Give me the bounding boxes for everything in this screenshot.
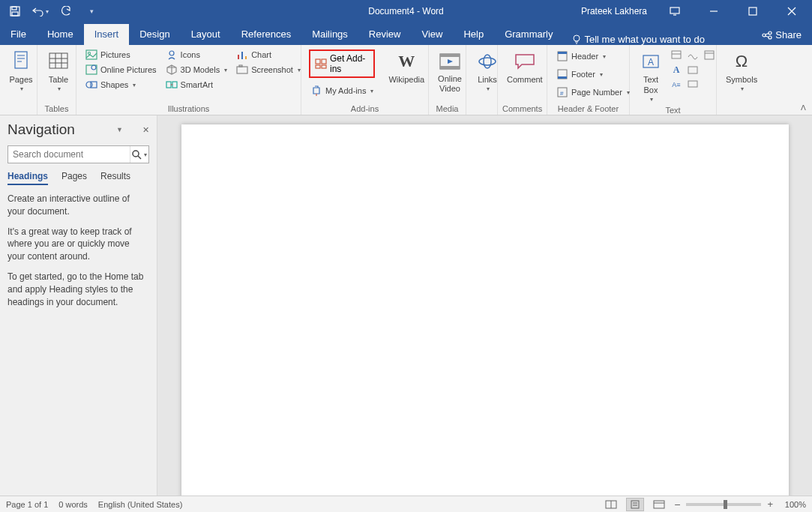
svg-point-42	[484, 55, 491, 68]
document-area[interactable]	[157, 115, 812, 496]
3d-models-button[interactable]: 3D Models ▾	[164, 63, 229, 76]
qat-customize-icon[interactable]: ▾	[82, 2, 100, 20]
search-input[interactable]	[8, 146, 130, 163]
tab-insert[interactable]: Insert	[84, 24, 130, 45]
object-button[interactable]	[685, 63, 700, 76]
wordart-button[interactable]: A	[669, 63, 684, 76]
tab-design[interactable]: Design	[129, 24, 180, 45]
maximize-icon[interactable]	[736, 0, 770, 22]
undo-icon[interactable]: ▾	[31, 2, 49, 20]
footer-icon	[556, 68, 568, 80]
window-title: Document4 - Word	[368, 6, 443, 16]
workspace: Navigation ▼ ✕ ▾ Headings Pages Results …	[0, 115, 812, 496]
svg-point-23	[91, 65, 96, 70]
group-label-media: Media	[433, 104, 461, 115]
tell-me[interactable]: Tell me what you want to do	[572, 34, 704, 45]
group-label-symbols	[721, 104, 757, 115]
cube-icon	[166, 64, 178, 76]
icons-button[interactable]: Icons	[164, 48, 229, 61]
group-label-links	[471, 104, 493, 115]
minimize-icon[interactable]	[697, 0, 731, 22]
table-icon	[46, 49, 70, 73]
tab-view[interactable]: View	[411, 24, 453, 45]
svg-point-26	[169, 51, 174, 55]
zoom-slider[interactable]	[686, 503, 761, 506]
tab-home[interactable]: Home	[37, 24, 84, 45]
wikipedia-button[interactable]: W Wikipedia	[384, 46, 429, 87]
page-canvas[interactable]	[181, 124, 789, 496]
zoom-out-icon[interactable]: −	[674, 499, 680, 511]
video-label-1: Online	[438, 75, 462, 83]
close-icon[interactable]	[775, 0, 809, 22]
page-number-button[interactable]: #Page Number▾	[555, 85, 631, 99]
pictures-icon	[85, 49, 97, 61]
tab-file[interactable]: File	[0, 24, 37, 45]
svg-rect-3	[670, 7, 679, 13]
nav-tab-headings[interactable]: Headings	[7, 171, 48, 185]
svg-rect-28	[172, 82, 177, 88]
nav-dropdown-icon[interactable]: ▼	[116, 126, 123, 133]
get-addins-button[interactable]: Get Add-ins	[309, 49, 375, 78]
read-mode-icon[interactable]	[602, 498, 620, 511]
tab-mailings[interactable]: Mailings	[301, 24, 358, 45]
signature-button[interactable]	[685, 48, 700, 61]
quick-parts-button[interactable]	[669, 48, 684, 61]
tab-review[interactable]: Review	[358, 24, 412, 45]
nav-tab-results[interactable]: Results	[100, 171, 130, 185]
pages-button[interactable]: Pages ▾	[4, 46, 37, 95]
nav-close-icon[interactable]: ✕	[142, 125, 149, 135]
smartart-button[interactable]: SmartArt	[164, 78, 229, 91]
date-time-button[interactable]	[702, 48, 717, 61]
svg-rect-46	[558, 76, 567, 79]
tab-grammarly[interactable]: Grammarly	[494, 24, 563, 45]
status-page[interactable]: Page 1 of 1	[6, 500, 48, 509]
pictures-button[interactable]: Pictures	[84, 48, 158, 61]
icons-icon	[166, 49, 178, 61]
tab-references[interactable]: References	[231, 24, 301, 45]
ribbon: Pages ▾ Table ▾ Tables Pictures Online P…	[0, 45, 812, 115]
collapse-ribbon-icon[interactable]: ᐱ	[801, 103, 806, 112]
chart-button[interactable]: Chart	[235, 48, 302, 61]
share-button[interactable]: Share	[751, 25, 812, 45]
svg-text:A: A	[648, 57, 654, 67]
status-words[interactable]: 0 words	[58, 500, 88, 509]
svg-rect-5	[749, 7, 757, 15]
online-pictures-icon	[85, 64, 97, 76]
textbox-button[interactable]: A TextBox▾	[634, 46, 667, 106]
my-addins-button[interactable]: My Add-ins ▾	[309, 84, 375, 97]
video-label-2: Video	[439, 85, 460, 93]
smartart-icon	[166, 79, 178, 91]
tab-help[interactable]: Help	[453, 24, 494, 45]
web-layout-icon[interactable]	[650, 498, 668, 511]
table-button[interactable]: Table ▾	[42, 46, 75, 95]
save-icon[interactable]	[6, 2, 24, 20]
user-name[interactable]: Prateek Lakhera	[581, 6, 647, 16]
group-label-addins: Add-ins	[306, 104, 424, 115]
online-video-button[interactable]: Online Video	[433, 46, 466, 96]
shapes-button[interactable]: Shapes▾	[84, 78, 158, 91]
ribbon-display-icon[interactable]	[658, 0, 692, 22]
store-icon	[315, 58, 327, 69]
nav-tab-pages[interactable]: Pages	[61, 171, 87, 185]
status-language[interactable]: English (United States)	[98, 500, 183, 509]
svg-point-8	[574, 35, 580, 41]
redo-icon[interactable]	[57, 2, 75, 20]
tab-layout[interactable]: Layout	[181, 24, 231, 45]
search-button[interactable]: ▾	[130, 146, 148, 163]
footer-button[interactable]: Footer▾	[555, 67, 631, 81]
tell-me-label: Tell me what you want to do	[584, 34, 704, 45]
dropcap-button[interactable]: A≡	[669, 78, 684, 91]
print-layout-icon[interactable]	[626, 498, 644, 511]
link-icon	[475, 49, 499, 73]
object-dropdown[interactable]	[685, 78, 700, 91]
svg-point-11	[769, 36, 772, 39]
zoom-value[interactable]: 100%	[779, 500, 806, 509]
table-label: Table	[49, 75, 68, 84]
header-button[interactable]: Header▾	[555, 49, 631, 63]
screenshot-button[interactable]: Screenshot▾	[235, 63, 302, 76]
symbols-button[interactable]: Ω Symbols ▾	[721, 46, 762, 95]
comment-button[interactable]: Comment	[502, 46, 547, 87]
search-icon	[132, 150, 142, 160]
online-pictures-button[interactable]: Online Pictures	[84, 63, 158, 76]
zoom-in-icon[interactable]: +	[767, 499, 773, 510]
